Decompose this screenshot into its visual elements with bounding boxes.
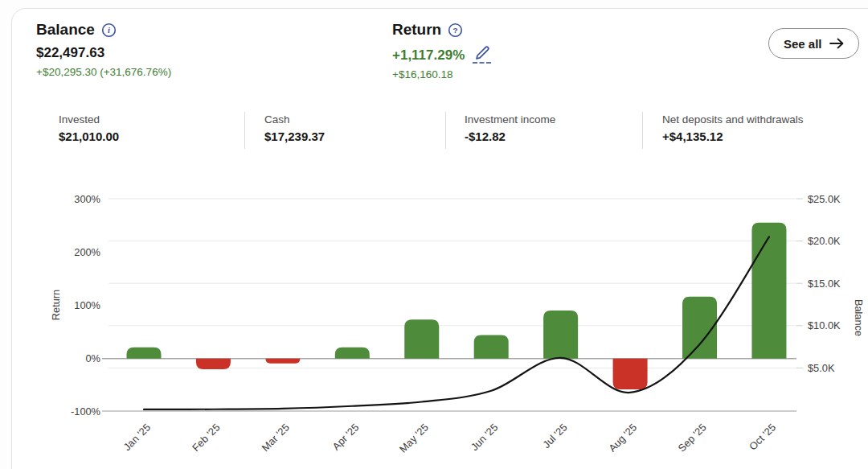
stat-cash: Cash $17,239.37 bbox=[264, 113, 325, 143]
stat-label: Cash bbox=[264, 113, 325, 125]
balance-change: +$20,295.30 (+31,676.76%) bbox=[36, 66, 171, 78]
bar-jun-25[interactable] bbox=[474, 335, 509, 359]
edit-dashed-underline bbox=[473, 62, 491, 64]
bar-apr-25[interactable] bbox=[335, 348, 370, 359]
bar-mar-25[interactable] bbox=[265, 359, 300, 364]
right-axis-tick-label: $20.0K bbox=[808, 235, 841, 247]
balance-line bbox=[144, 237, 769, 409]
x-label-aug-25: Aug '25 bbox=[606, 422, 639, 455]
x-label-jan-25: Jan '25 bbox=[121, 422, 154, 454]
stat-label: Net deposits and withdrawals bbox=[662, 113, 804, 125]
stat-invested: Invested $21,010.00 bbox=[59, 113, 119, 143]
right-axis-tick-label: $5.0K bbox=[808, 362, 835, 374]
return-change: +$16,160.18 bbox=[392, 68, 491, 80]
pencil-icon bbox=[474, 45, 490, 61]
return-value: +1,117.29% bbox=[392, 47, 465, 64]
bar-jul-25[interactable] bbox=[543, 311, 578, 359]
stat-value: -$12.82 bbox=[465, 130, 555, 143]
bar-feb-25[interactable] bbox=[196, 359, 231, 369]
right-axis-title: Balance bbox=[853, 299, 865, 336]
stat-label: Investment income bbox=[465, 113, 555, 125]
x-label-may-25: May '25 bbox=[397, 422, 431, 455]
edit-return-button[interactable] bbox=[473, 45, 491, 64]
svg-text:i: i bbox=[108, 26, 110, 35]
stat-value: +$4,135.12 bbox=[662, 130, 804, 143]
performance-card: Balance i $22,497.63 +$20,295.30 (+31,67… bbox=[11, 8, 868, 469]
x-label-apr-25: Apr '25 bbox=[330, 422, 361, 453]
bar-may-25[interactable] bbox=[404, 319, 439, 358]
svg-text:?: ? bbox=[453, 25, 458, 34]
left-axis-tick-label: -100% bbox=[71, 405, 100, 418]
right-axis-tick-label: $10.0K bbox=[808, 319, 841, 331]
stats-divider bbox=[642, 112, 643, 149]
balance-value: $22,497.63 bbox=[36, 45, 171, 61]
see-all-button[interactable]: See all bbox=[768, 28, 859, 59]
return-section: Return ? +1,117.29% +$16,160.18 bbox=[392, 21, 491, 80]
x-label-sep-25: Sep '25 bbox=[676, 422, 709, 455]
x-label-oct-25: Oct '25 bbox=[747, 422, 778, 453]
info-icon[interactable]: i bbox=[101, 23, 117, 38]
left-axis-tick-label: 0% bbox=[86, 352, 101, 364]
bar-aug-25[interactable] bbox=[613, 359, 648, 389]
performance-chart: $25.0K$20.0K$15.0K$10.0K$5.0K300%200%100… bbox=[12, 186, 868, 469]
left-axis-tick-label: 200% bbox=[74, 246, 100, 258]
bar-jan-25[interactable] bbox=[127, 348, 162, 359]
left-axis-tick-label: 100% bbox=[74, 299, 100, 311]
stat-investment-income: Investment income -$12.82 bbox=[465, 113, 555, 143]
stats-divider bbox=[244, 112, 245, 149]
left-axis-tick-label: 300% bbox=[74, 193, 100, 205]
return-title: Return bbox=[392, 21, 441, 39]
right-axis-tick-label: $15.0K bbox=[808, 278, 841, 290]
combo-chart-svg: $25.0K$20.0K$15.0K$10.0K$5.0K300%200%100… bbox=[12, 186, 868, 469]
right-axis-tick-label: $25.0K bbox=[808, 193, 841, 205]
stat-label: Invested bbox=[59, 113, 119, 125]
left-axis-title: Return bbox=[50, 290, 62, 320]
balance-title: Balance bbox=[36, 21, 95, 39]
balance-section: Balance i $22,497.63 +$20,295.30 (+31,67… bbox=[36, 21, 171, 78]
x-label-jul-25: Jul '25 bbox=[540, 422, 569, 450]
help-icon[interactable]: ? bbox=[448, 23, 463, 38]
bar-oct-25[interactable] bbox=[751, 223, 786, 359]
x-label-feb-25: Feb '25 bbox=[190, 422, 223, 455]
stats-divider bbox=[445, 112, 446, 149]
stat-value: $17,239.37 bbox=[264, 130, 325, 143]
x-label-jun-25: Jun '25 bbox=[469, 422, 501, 454]
stats-row: Invested $21,010.00 Cash $17,239.37 Inve… bbox=[12, 112, 868, 152]
arrow-right-icon bbox=[829, 38, 844, 49]
see-all-label: See all bbox=[784, 37, 822, 51]
x-label-mar-25: Mar '25 bbox=[259, 422, 292, 455]
stat-value: $21,010.00 bbox=[59, 130, 119, 143]
stat-net-deposits: Net deposits and withdrawals +$4,135.12 bbox=[662, 113, 804, 143]
